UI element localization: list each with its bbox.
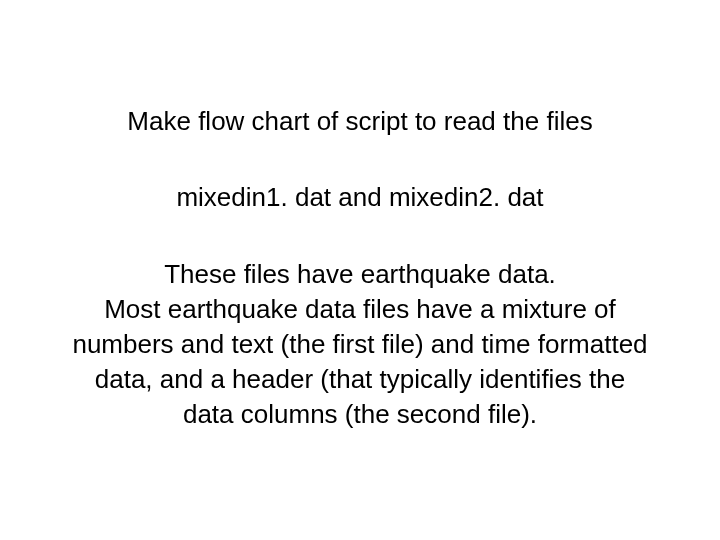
filenames-text: mixedin1. dat and mixedin2. dat xyxy=(0,181,720,215)
slide-content: Make flow chart of script to read the fi… xyxy=(0,0,720,540)
body-line: data, and a header (that typically ident… xyxy=(18,362,702,397)
slide-title: Make flow chart of script to read the fi… xyxy=(0,105,720,139)
body-line: numbers and text (the first file) and ti… xyxy=(18,327,702,362)
body-line: These files have earthquake data. xyxy=(18,257,702,292)
body-text: These files have earthquake data. Most e… xyxy=(0,257,720,432)
body-line: data columns (the second file). xyxy=(18,397,702,432)
body-line: Most earthquake data files have a mixtur… xyxy=(18,292,702,327)
